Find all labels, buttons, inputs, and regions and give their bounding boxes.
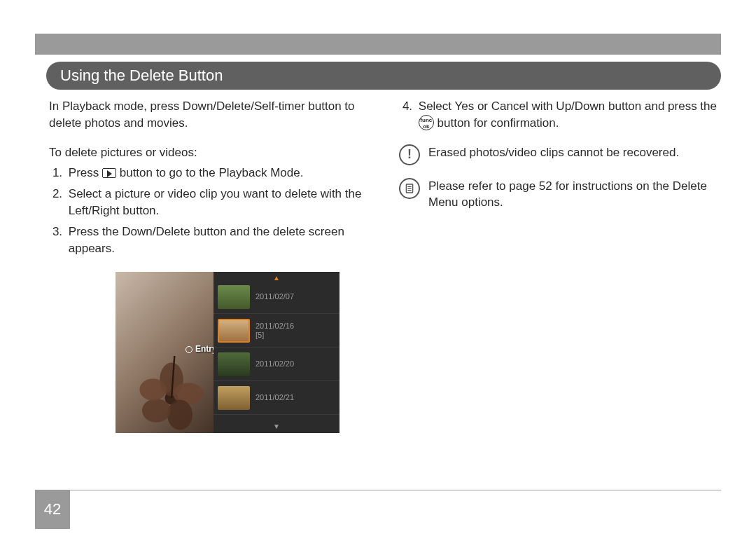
step-1-text-a: Press: [69, 166, 102, 179]
svg-point-5: [139, 379, 166, 401]
func-ok-icon: funcok: [419, 115, 434, 130]
section-title: Using the Delete Button: [46, 62, 721, 90]
reference-text: Please refer to page 52 for instructions…: [428, 178, 721, 212]
page-number-text: 42: [44, 499, 61, 521]
down-arrow-icon: ▼: [273, 422, 280, 432]
section-title-text: Using the Delete Button: [60, 65, 223, 87]
date-row: 2011/02/07: [214, 280, 340, 314]
flower-graphic: [130, 356, 214, 433]
figure-date-panel: ▲ 2011/02/07 2011/02/16 [5] 2011/02/20: [214, 272, 340, 433]
entry-dot-icon: [186, 346, 192, 353]
warning-text: Erased photos/video clips cannot be reco…: [428, 144, 679, 161]
steps-list-left: Press button to go to the Playback Mode.…: [66, 165, 371, 256]
intro-paragraph: In Playback mode, press Down/Delete/Self…: [49, 98, 371, 132]
func-label-top: func: [420, 117, 432, 123]
right-column: Select Yes or Cancel with Up/Down button…: [399, 98, 721, 433]
reference-note: Please refer to page 52 for instructions…: [399, 178, 721, 212]
date-row-selected: 2011/02/16 [5]: [214, 314, 340, 348]
date-label: 2011/02/16: [255, 322, 294, 331]
entry-button-label: Entry: [186, 343, 217, 355]
thumbnail: [218, 386, 250, 410]
step-1: Press button to go to the Playback Mode.: [66, 165, 371, 181]
document-icon: [399, 178, 420, 199]
warning-icon: !: [399, 144, 420, 165]
left-column: In Playback mode, press Down/Delete/Self…: [49, 98, 371, 433]
svg-point-3: [167, 400, 192, 430]
date-row: 2011/02/21: [214, 381, 340, 415]
step-1-text-b: button to go to the Playback Mode.: [120, 166, 304, 179]
content-columns: In Playback mode, press Down/Delete/Self…: [49, 98, 721, 433]
date-row: 2011/02/20: [214, 348, 340, 381]
thumbnail: [218, 319, 250, 343]
page-number: 42: [35, 490, 70, 529]
delete-screen-figure: Entry ▲ 2011/02/07 2011/02/16 [5]: [115, 272, 340, 433]
date-label: 2011/02/20: [255, 359, 294, 369]
step-3: Press the Down/Delete button and the del…: [66, 224, 371, 257]
func-label-bot: ok: [423, 123, 429, 130]
warning-note: ! Erased photos/video clips cannot be re…: [399, 144, 721, 165]
top-bar: [35, 34, 721, 55]
step-2: Select a picture or video clip you want …: [66, 186, 371, 219]
date-label: 2011/02/07: [255, 292, 294, 301]
subheading: To delete pictures or videos:: [49, 144, 371, 161]
step-4: Select Yes or Cancel with Up/Down button…: [416, 98, 721, 132]
thumbnail: [218, 352, 250, 376]
thumbnail: [218, 285, 250, 309]
playback-icon: [102, 168, 116, 178]
svg-point-4: [142, 399, 171, 423]
step-4-text-a: Select Yes or Cancel with Up/Down button…: [419, 99, 717, 113]
bottom-rule: [35, 490, 721, 490]
step-4-text-b: button for confirmation.: [438, 116, 559, 130]
count-label: [5]: [255, 331, 294, 340]
steps-list-right: Select Yes or Cancel with Up/Down button…: [416, 98, 721, 132]
date-label: 2011/02/21: [255, 393, 294, 402]
up-arrow-icon: ▲: [273, 273, 280, 283]
